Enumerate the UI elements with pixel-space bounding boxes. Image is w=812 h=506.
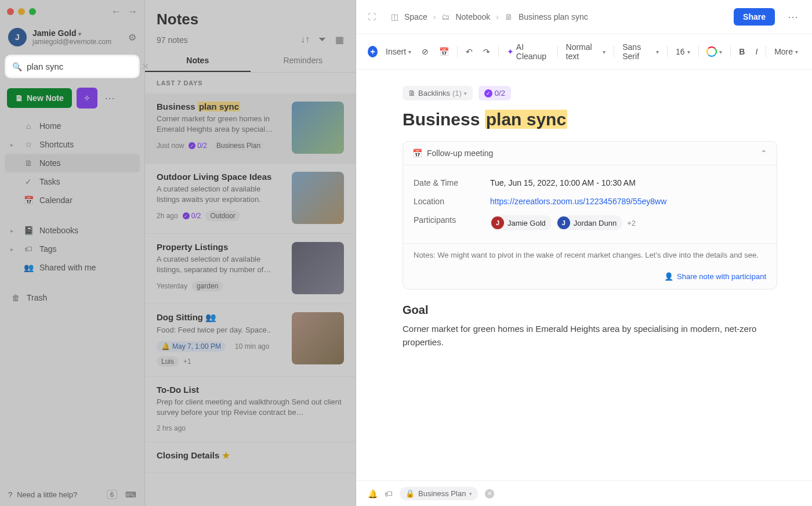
font-family-dropdown[interactable]: Sans Serif▾ (620, 40, 661, 63)
clear-search-icon[interactable]: ✕ (142, 61, 149, 72)
reminder-add-icon[interactable]: 🔔 (368, 489, 378, 498)
tag-add-icon[interactable]: 🏷 (385, 489, 393, 498)
help-button[interactable]: ? Need a little help? 6 ⌨ (0, 483, 144, 506)
task-checkbox-icon[interactable]: ⊘ (419, 45, 431, 59)
note-more-button[interactable]: ⋯ (785, 10, 800, 23)
chevron-right-icon: ▸ (10, 227, 17, 234)
ai-cleanup-button[interactable]: ✦AI Cleanup (505, 40, 552, 63)
forward-arrow-icon[interactable]: → (127, 6, 137, 18)
participants-more[interactable]: +2 (627, 219, 636, 227)
note-plus-icon: 🗎 (15, 93, 23, 103)
keyboard-shortcut-badge: 6 (107, 490, 117, 499)
expand-icon[interactable]: ⛶ (368, 12, 376, 21)
tasks-progress-pill[interactable]: ✓ 0/2 (478, 86, 511, 100)
note-card[interactable]: To-Do ListPrep for client meeting and wa… (145, 377, 356, 442)
note-card-title: Property Listings (157, 242, 284, 252)
sidebar-item-trash[interactable]: 🗑 Trash (5, 288, 140, 307)
text-style-dropdown[interactable]: Normal text▾ (564, 40, 608, 63)
search-box[interactable]: 🔍 ✕ (5, 55, 140, 78)
note-list-title: Notes (157, 10, 344, 28)
font-size-dropdown[interactable]: 16▾ (673, 45, 693, 59)
more-actions-button[interactable]: ⋯ (102, 92, 117, 104)
sidebar-item-home[interactable]: ⌂Home (5, 117, 140, 135)
collapse-icon[interactable]: ⌃ (760, 149, 767, 158)
user-plus-icon: 👤 (664, 272, 673, 281)
tab-reminders[interactable]: Reminders (251, 50, 356, 72)
view-grid-icon[interactable]: ▦ (335, 34, 344, 45)
meeting-date-label: Date & Time (414, 178, 490, 187)
goal-heading[interactable]: Goal (403, 303, 777, 317)
insert-menu[interactable]: Insert▾ (383, 45, 414, 59)
nav-icon: 🏷 (23, 244, 34, 254)
keyboard-icon[interactable]: ⌨ (125, 490, 136, 499)
note-thumbnail (292, 312, 344, 364)
note-thumbnail (292, 172, 344, 224)
sidebar-item-tags[interactable]: ▸🏷Tags (5, 240, 140, 258)
note-thumbnail (292, 242, 344, 294)
account-switcher[interactable]: J Jamie Gold ▾ jamiegold@evernote.com ⚙ (0, 23, 144, 51)
backlinks-pill[interactable]: 🗎 Backlinks (1) ▾ (403, 86, 473, 100)
sidebar-item-notes[interactable]: 🗎Notes (5, 154, 140, 172)
minimize-window[interactable] (18, 8, 25, 15)
reminder-chip: 🔔May 7, 1:00 PM (157, 341, 226, 352)
meeting-location-link[interactable]: https://zereatlors.zoom.us/1223456789/55… (490, 197, 666, 206)
share-with-participant-link[interactable]: 👤 Share note with participant (403, 266, 777, 289)
chevron-right-icon: ▸ (10, 246, 17, 252)
new-note-button[interactable]: 🗎New Note (7, 88, 72, 108)
more-formatting-dropdown[interactable]: More▾ (772, 45, 800, 59)
editor-toolbar: + Insert▾ ⊘ 📅 ↶ ↷ ✦AI Cleanup Normal tex… (356, 34, 812, 70)
insert-plus-icon[interactable]: + (368, 46, 378, 57)
note-card-snippet: A curated selection of available listing… (157, 184, 284, 205)
note-tag-chip[interactable]: 🔒 Business Plan ▾ (400, 487, 478, 500)
share-button[interactable]: Share (734, 8, 775, 26)
participant-chip[interactable]: JJordan Dunn (556, 215, 622, 230)
sidebar-item-calendar[interactable]: 📅Calendar (5, 191, 140, 209)
text-color-picker[interactable]: ▾ (704, 44, 724, 59)
participant-chip[interactable]: JJamie Gold (490, 215, 552, 230)
nav-icon: ✓ (23, 177, 34, 186)
participant-avatar: J (557, 216, 570, 229)
remove-tag-icon[interactable]: ✕ (485, 489, 494, 498)
sidebar-item-shared-with-me[interactable]: 👥Shared with me (5, 258, 140, 277)
italic-button[interactable]: I (753, 45, 760, 59)
note-card[interactable]: Closing Details ★ (145, 442, 356, 473)
back-arrow-icon[interactable]: ← (111, 6, 121, 18)
chevron-right-icon: ▸ (10, 142, 17, 148)
close-window[interactable] (7, 8, 14, 15)
meeting-location-label: Location (414, 197, 490, 206)
breadcrumb-note[interactable]: Business plan sync (519, 12, 588, 21)
note-title[interactable]: Business plan sync (403, 110, 777, 129)
note-card[interactable]: Business plan syncCorner market for gree… (145, 93, 356, 164)
breadcrumb-space[interactable]: Space (404, 12, 427, 21)
sparkle-icon: ✧ (84, 93, 90, 103)
calendar-icon[interactable]: 📅 (437, 45, 451, 59)
undo-icon[interactable]: ↶ (463, 45, 475, 59)
note-card-snippet: Corner market for green homes in Emerald… (157, 114, 284, 135)
note-card[interactable]: Outdoor Living Space IdeasA curated sele… (145, 164, 356, 234)
sidebar: ← → J Jamie Gold ▾ jamiegold@evernote.co… (0, 0, 145, 506)
ai-assist-button[interactable]: ✧ (77, 88, 97, 109)
cube-icon: ◫ (391, 12, 398, 21)
breadcrumb-notebook[interactable]: Notebook (455, 12, 490, 21)
note-card[interactable]: Property ListingsA curated selection of … (145, 234, 356, 304)
meeting-date-value: Tue, Jun 15, 2022, 10:00 AM - 10:30 AM (490, 178, 636, 187)
tab-notes[interactable]: Notes (145, 50, 251, 72)
sort-icon[interactable]: ↓↑ (300, 34, 310, 45)
bold-button[interactable]: B (737, 45, 747, 59)
sidebar-item-shortcuts[interactable]: ▸☆Shortcuts (5, 135, 140, 154)
sidebar-item-tasks[interactable]: ✓Tasks (5, 172, 140, 191)
lock-icon: 🔒 (405, 489, 415, 498)
filter-icon[interactable]: ⏷ (318, 34, 327, 45)
note-card[interactable]: Dog Sitting 👥Food: Feed twice per day. S… (145, 304, 356, 377)
nav-icon: 🗎 (23, 158, 34, 168)
goal-paragraph[interactable]: Corner market for green homes in Emerald… (403, 323, 777, 349)
tag-chip: garden (192, 281, 223, 291)
bell-icon: 🔔 (161, 342, 170, 350)
search-input[interactable] (27, 62, 137, 71)
maximize-window[interactable] (29, 8, 36, 15)
sidebar-item-notebooks[interactable]: ▸📓Notebooks (5, 221, 140, 240)
redo-icon[interactable]: ↷ (481, 45, 492, 59)
note-card-title: Outdoor Living Space Ideas (157, 172, 284, 182)
shared-icon: 👥 (205, 312, 216, 322)
settings-gear-icon[interactable]: ⚙ (128, 32, 136, 43)
